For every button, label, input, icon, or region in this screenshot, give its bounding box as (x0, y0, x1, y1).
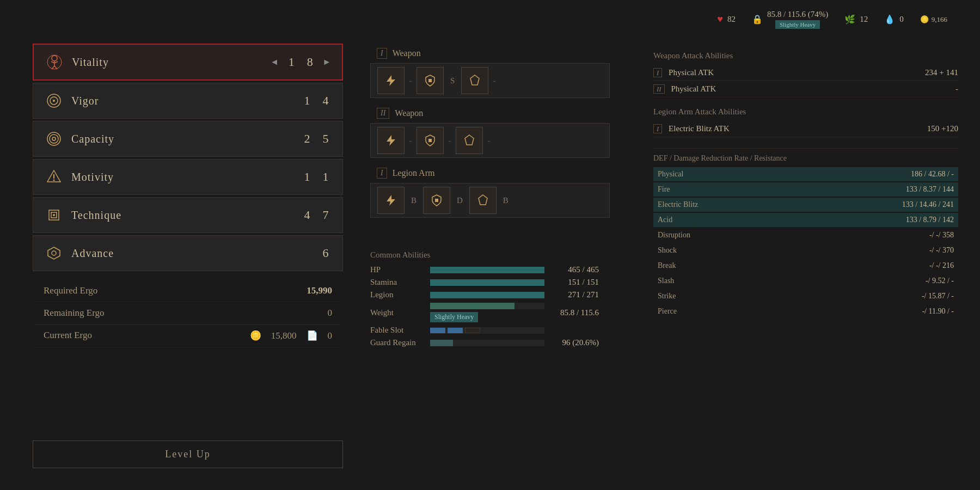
ca-hp-row: HP 465 / 465 (370, 265, 599, 274)
top-hud: ♥ 82 🔒 85.8 / 115.6 (74%) Slightly Heavy… (717, 10, 947, 29)
legion-slots: B D B (370, 183, 610, 218)
weapon-1-slot-gem[interactable] (461, 67, 488, 94)
svg-marker-21 (387, 75, 395, 86)
svg-line-2 (51, 62, 54, 63)
vitality-icon (45, 52, 64, 72)
weapon-1-slot-lightning[interactable] (377, 67, 405, 94)
vitality-left-arrow[interactable]: ◄ (270, 57, 279, 67)
vitality-label: Vitality (72, 56, 109, 69)
weapon-attack-title: Weapon Attack Abilities (653, 51, 958, 60)
def-row: Physical186 / 42.68 / - (653, 167, 958, 181)
weight-heavy-badge: Slightly Heavy (430, 312, 478, 322)
def-row-val: -/ 11.90 / - (922, 307, 954, 316)
svg-point-20 (52, 251, 56, 255)
current-ergo-icon2: 📄 (307, 330, 318, 341)
common-abilities-panel: Common Abilities HP 465 / 465 Stamina 15… (370, 250, 599, 351)
weight-label: Slightly Heavy (775, 20, 820, 29)
ca-guard-row: Guard Regain 96 (20.6%) (370, 338, 599, 347)
ca-fable-label: Fable Slot (370, 326, 425, 335)
svg-line-3 (54, 62, 58, 63)
ca-weight-value: 85.8 / 115.6 (550, 308, 599, 317)
weapon-2-slots: - - - (370, 123, 610, 158)
weapon-1-roman: I (377, 48, 387, 59)
current-ergo-label: Current Ergo (44, 330, 92, 341)
vitality-right-arrow[interactable]: ► (322, 57, 331, 67)
ca-stamina-label: Stamina (370, 278, 425, 287)
stat-advance[interactable]: Advance 6 (33, 235, 343, 271)
def-row: Acid133 / 8.79 / 142 (653, 213, 958, 227)
attack-la-val: 150 +120 (927, 124, 958, 133)
attack-w1-row: I Physical ATK 234 + 141 (653, 65, 958, 81)
weight-display: 🔒 85.8 / 115.6 (74%) Slightly Heavy (752, 10, 828, 29)
blue-value: 0 (899, 15, 904, 24)
ergo-gold-display: 🌿 12 (844, 14, 868, 24)
ca-legion-bar (430, 292, 544, 298)
ca-guard-fill (430, 340, 453, 346)
motivity-val2: 1 (320, 170, 332, 184)
ca-weight-fill (430, 303, 514, 309)
weapon-2-roman: II (377, 108, 389, 119)
current-ergo-val: 15,800 (271, 330, 297, 341)
def-row-val: -/ 15.87 / - (922, 292, 954, 301)
capacity-val1: 2 (301, 132, 313, 146)
weapons-panel: I Weapon - S - II Weapon - (370, 44, 610, 223)
legion-section: I Legion Arm B D B (370, 163, 610, 218)
weapon-2-slot-gem[interactable] (456, 127, 483, 154)
legion-b1-label: B (409, 196, 419, 205)
legion-roman: I (377, 168, 387, 179)
current-ergo-row: Current Ergo 🪙 15,800 📄 0 (35, 324, 341, 347)
legion-label: Legion Arm (393, 168, 435, 178)
fable-seg-1 (430, 328, 445, 333)
remaining-ergo-label: Remaining Ergo (44, 308, 105, 318)
ca-hp-bar (430, 267, 544, 273)
stat-vigor[interactable]: Vigor 1 4 (33, 83, 343, 119)
current-ergo-icon: 🪙 (250, 330, 261, 341)
stat-vitality[interactable]: Vitality ◄ 1 8 ► (33, 44, 343, 81)
ca-weight-label: Weight (370, 308, 425, 317)
def-row-val: 133 / 8.37 / 144 (906, 185, 954, 194)
ca-hp-label: HP (370, 265, 425, 274)
legion-slot-lightning[interactable] (377, 187, 405, 214)
stat-technique[interactable]: Technique 4 7 (33, 197, 343, 233)
ca-weight-bar (430, 303, 544, 309)
motivity-val1: 1 (301, 170, 313, 184)
weapon-2-sep2: - (448, 135, 451, 146)
svg-marker-24 (387, 135, 395, 146)
current-ergo-sub: 0 (328, 330, 333, 341)
ca-stamina-row: Stamina 151 / 151 (370, 278, 599, 287)
def-row-val: 133 / 14.46 / 241 (902, 200, 954, 209)
weapon-1-slot-shield[interactable] (416, 67, 444, 94)
ergo-gold-value: 12 (860, 15, 868, 24)
stat-capacity[interactable]: Capacity 2 5 (33, 121, 343, 157)
def-rows: Physical186 / 42.68 / -Fire133 / 8.37 / … (653, 167, 958, 318)
attack-w1-name: Physical ATK (669, 68, 714, 77)
svg-point-0 (52, 56, 57, 61)
technique-val1: 4 (301, 208, 313, 222)
def-row-label: Strike (658, 292, 676, 301)
blue-display: 💧 0 (884, 14, 904, 24)
legion-slot-shield[interactable] (423, 187, 450, 214)
technique-label: Technique (71, 209, 121, 222)
ca-weight-row: Weight Slightly Heavy 85.8 / 115.6 (370, 303, 599, 322)
weapon-2-slot-lightning[interactable] (377, 127, 405, 154)
ca-hp-fill (430, 267, 544, 273)
def-row: Fire133 / 8.37 / 144 (653, 182, 958, 197)
capacity-label: Capacity (71, 133, 114, 145)
weapon-2-slot-shield[interactable] (416, 127, 444, 154)
technique-icon (44, 205, 64, 225)
weight-icon: 🔒 (752, 14, 763, 24)
def-row-val: -/ 9.52 / - (926, 277, 954, 285)
legion-slot-gem[interactable] (469, 187, 497, 214)
ca-legion-label: Legion (370, 290, 425, 299)
def-row: Pierce-/ 11.90 / - (653, 304, 958, 318)
advance-label: Advance (71, 247, 114, 260)
def-row-val: 133 / 8.79 / 142 (906, 216, 954, 224)
ca-legion-row: Legion 271 / 271 (370, 290, 599, 299)
advance-icon (44, 243, 64, 263)
vigor-val1: 1 (301, 94, 313, 108)
level-up-button[interactable]: Level Up (33, 440, 343, 468)
stat-motivity[interactable]: Motivity 1 1 (33, 159, 343, 195)
def-row-val: -/ -/ 358 (929, 231, 954, 240)
weapon-1-slots: - S - (370, 63, 610, 98)
def-row-label: Acid (658, 216, 672, 224)
